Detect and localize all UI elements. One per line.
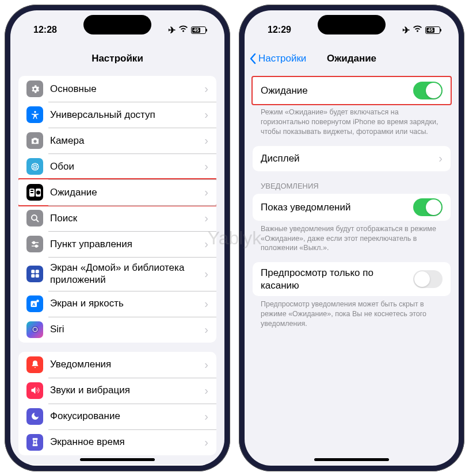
standby-icon: [26, 184, 43, 201]
row-display[interactable]: AЭкран и яркость›: [18, 291, 216, 317]
dynamic-island: [83, 15, 151, 34]
row-standby-display[interactable]: Дисплей ›: [253, 146, 451, 171]
row-label: Дисплей: [261, 152, 435, 164]
settings-group-3: Face ID и код-пароль› SOSЭкстренный вызо…: [18, 465, 216, 466]
show-notif-group: Показ уведомлений: [253, 194, 451, 221]
search-icon: [26, 210, 43, 227]
row-label: Ожидание: [50, 186, 201, 198]
row-wallpaper[interactable]: Обои›: [18, 153, 216, 179]
row-label: Предпросмотр только по касанию: [261, 267, 413, 291]
row-standby[interactable]: Ожидание›: [18, 178, 216, 206]
notifications-header: УВЕДОМЛЕНИЯ: [253, 171, 451, 194]
row-camera[interactable]: Камера›: [18, 128, 216, 153]
svg-point-8: [36, 190, 40, 194]
chevron-right-icon: ›: [204, 134, 208, 147]
focus-icon: [26, 408, 43, 425]
airplane-icon: ✈︎: [402, 25, 410, 36]
svg-rect-15: [35, 274, 39, 278]
chevron-right-icon: ›: [204, 160, 208, 173]
row-show-notifications[interactable]: Показ уведомлений: [253, 194, 451, 221]
svg-point-9: [32, 215, 37, 220]
nav-bar: Настройки Ожидание: [245, 46, 459, 71]
row-faceid[interactable]: Face ID и код-пароль›: [18, 465, 216, 466]
row-focus[interactable]: Фокусирование›: [18, 404, 216, 429]
screen-left: 12:28 ✈︎ 45 Настройки Основные› Универса…: [10, 10, 224, 466]
row-label: Показ уведомлений: [261, 201, 413, 213]
row-label: Экранное время: [50, 436, 201, 448]
svg-rect-7: [30, 192, 33, 193]
row-preview-touch[interactable]: Предпросмотр только по касанию: [253, 262, 451, 296]
homescreen-icon: [26, 266, 43, 282]
preview-footer: Предпросмотр уведомления может быть скры…: [253, 296, 451, 329]
svg-rect-6: [30, 190, 33, 191]
dynamic-island: [318, 15, 386, 34]
chevron-right-icon: ›: [204, 410, 208, 423]
svg-rect-14: [31, 274, 35, 278]
chevron-right-icon: ›: [204, 237, 208, 251]
chevron-right-icon: ›: [204, 186, 208, 199]
nav-bar: Настройки: [10, 46, 224, 71]
row-standby-toggle[interactable]: Ожидание: [253, 77, 451, 104]
svg-point-2: [33, 165, 36, 168]
show-notifications-toggle[interactable]: [413, 198, 443, 216]
home-indicator[interactable]: [80, 458, 155, 461]
general-icon: [26, 80, 43, 97]
row-label: Siri: [50, 323, 201, 335]
back-button[interactable]: Настройки: [249, 53, 306, 64]
controlcenter-icon: [26, 236, 43, 252]
home-indicator[interactable]: [314, 458, 389, 461]
svg-point-11: [35, 245, 37, 247]
status-time: 12:29: [268, 25, 291, 35]
svg-point-1: [33, 140, 36, 143]
standby-toggle[interactable]: [413, 82, 443, 99]
svg-point-18: [36, 300, 39, 302]
chevron-right-icon: ›: [204, 297, 208, 310]
screentime-icon: [26, 434, 43, 451]
chevron-right-icon: ›: [204, 82, 208, 95]
row-screentime[interactable]: Экранное время›: [18, 429, 216, 455]
standby-toggle-group: Ожидание: [251, 76, 452, 105]
row-controlcenter[interactable]: Пункт управления›: [18, 231, 216, 257]
siri-icon: [26, 321, 43, 338]
display-group: Дисплей ›: [253, 146, 451, 171]
row-label: Ожидание: [261, 85, 413, 97]
row-general[interactable]: Основные›: [18, 76, 216, 102]
standby-content[interactable]: Ожидание Режим «Ожидание» будет включать…: [245, 71, 459, 466]
back-label: Настройки: [258, 53, 306, 64]
row-label: Звуки и вибрация: [50, 384, 201, 396]
camera-icon: [26, 132, 43, 149]
row-search[interactable]: Поиск›: [18, 205, 216, 231]
row-label: Поиск: [50, 212, 201, 224]
preview-touch-toggle[interactable]: [413, 270, 443, 288]
wallpaper-icon: [26, 158, 43, 175]
preview-group: Предпросмотр только по касанию: [253, 262, 451, 296]
row-label: Универсальный доступ: [50, 109, 201, 121]
row-label: Экран «Домой» и библиотека приложений: [50, 262, 201, 286]
chevron-left-icon: [249, 53, 256, 64]
chevron-right-icon: ›: [439, 152, 443, 165]
settings-content[interactable]: Основные› Универсальный доступ› Камера› …: [10, 71, 224, 466]
svg-rect-13: [35, 270, 39, 274]
chevron-right-icon: ›: [204, 212, 208, 225]
sounds-icon: [26, 382, 43, 399]
settings-group-1: Основные› Универсальный доступ› Камера› …: [18, 76, 216, 343]
airplane-icon: ✈︎: [168, 25, 176, 36]
row-notifications[interactable]: Уведомления›: [18, 352, 216, 378]
row-label: Обои: [50, 160, 201, 172]
show-notif-footer: Важные уведомления будут отображаться в …: [253, 221, 451, 254]
row-accessibility[interactable]: Универсальный доступ›: [18, 102, 216, 128]
chevron-right-icon: ›: [204, 267, 208, 281]
display-icon: A: [26, 295, 43, 312]
row-siri[interactable]: Siri›: [18, 317, 216, 343]
row-homescreen[interactable]: Экран «Домой» и библиотека приложений›: [18, 257, 216, 291]
row-sounds[interactable]: Звуки и вибрация›: [18, 378, 216, 404]
page-title: Настройки: [91, 53, 143, 64]
chevron-right-icon: ›: [204, 358, 208, 371]
chevron-right-icon: ›: [204, 108, 208, 121]
row-label: Фокусирование: [50, 410, 201, 422]
phone-left: 12:28 ✈︎ 45 Настройки Основные› Универса…: [5, 5, 230, 471]
svg-text:A: A: [32, 302, 36, 307]
screen-right: 12:29 ✈︎ 45 Настройки Ожидание Ожидание …: [245, 10, 459, 466]
phone-right: 12:29 ✈︎ 45 Настройки Ожидание Ожидание …: [239, 5, 464, 471]
standby-footer: Режим «Ожидание» будет включаться на гор…: [253, 104, 451, 137]
